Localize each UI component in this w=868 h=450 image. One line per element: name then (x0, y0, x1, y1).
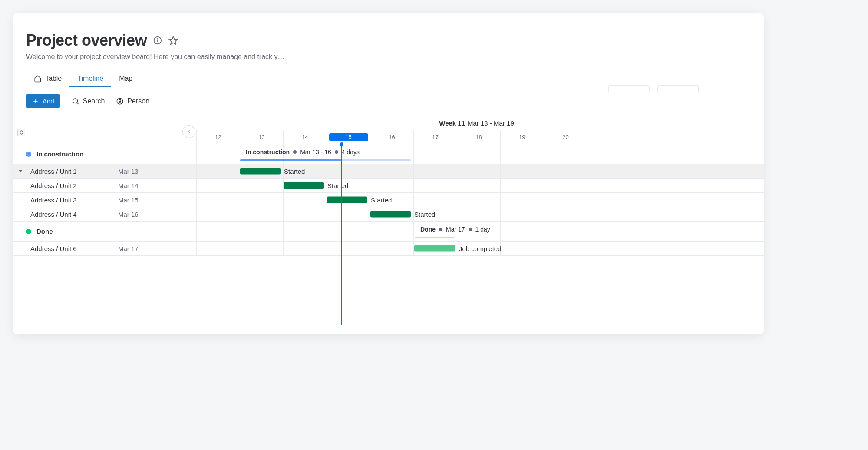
week-number: Week 11 (439, 119, 465, 127)
tab-label: Map (119, 75, 132, 83)
group-name: Done (36, 228, 53, 235)
star-icon[interactable] (168, 36, 178, 45)
status-label: Job completed (459, 245, 502, 252)
group-range-bar (415, 237, 454, 238)
task-date: Mar 15 (118, 196, 139, 204)
board-subtitle: Welcome to your project overview board! … (26, 53, 287, 61)
task-name: Address / Unit 4 (26, 211, 113, 218)
svg-point-6 (73, 99, 78, 103)
timeline-bar[interactable] (327, 197, 367, 203)
group-color-dot (26, 152, 31, 157)
day-header: 14 (284, 130, 327, 144)
tab-table[interactable]: Table (26, 70, 69, 87)
status-label: Started (371, 196, 392, 204)
add-label: Add (43, 97, 54, 105)
task-date: Mar 16 (118, 211, 139, 218)
status-label: Started (284, 168, 305, 175)
status-label: Started (414, 211, 435, 218)
search-button[interactable]: Search (72, 97, 105, 105)
day-header: 15 (327, 130, 370, 144)
svg-point-9 (119, 99, 121, 102)
day-header: 17 (414, 130, 457, 144)
today-pill: 15 (329, 133, 368, 141)
placeholder-box (608, 85, 650, 93)
day-header: 20 (544, 130, 587, 144)
task-date: Mar 14 (118, 182, 139, 189)
svg-marker-3 (169, 36, 177, 44)
page-title: Project overview (26, 31, 147, 50)
group-color-dot (26, 229, 31, 234)
tab-label: Timeline (77, 75, 103, 83)
info-icon[interactable] (153, 36, 162, 45)
group-summary: In construction Mar 13 - 16 4 days (246, 149, 360, 156)
person-label: Person (127, 97, 149, 105)
search-label: Search (83, 97, 105, 105)
toolbar-placeholder (608, 85, 699, 93)
task-row[interactable]: Address / Unit 4Mar 16Started (13, 207, 764, 222)
toolbar: Add Search Person (13, 87, 764, 116)
task-date: Mar 13 (118, 168, 139, 175)
view-tabs: Table Timeline Map (26, 70, 751, 87)
task-name: Address / Unit 6 (26, 245, 113, 252)
timeline-bar[interactable] (284, 182, 324, 189)
day-header: 18 (457, 130, 501, 144)
status-label: Started (327, 182, 348, 189)
task-name: Address / Unit 1 (26, 168, 113, 175)
svg-marker-10 (18, 170, 23, 172)
task-row[interactable]: Address / Unit 2Mar 14Started (13, 179, 764, 193)
search-icon (72, 97, 79, 105)
day-header: 13 (240, 130, 284, 144)
svg-point-2 (158, 39, 158, 39)
home-icon (34, 75, 42, 83)
task-name: Address / Unit 2 (26, 182, 113, 189)
add-button[interactable]: Add (26, 94, 60, 108)
week-range: Mar 13 - Mar 19 (468, 119, 514, 127)
week-label: Week 11 Mar 13 - Mar 19 (189, 116, 764, 130)
day-header: 12 (197, 130, 240, 144)
task-row[interactable]: Address / Unit 6Mar 17Job completed (13, 242, 764, 256)
group-name: In construction (36, 150, 83, 158)
collapse-icon (19, 130, 23, 135)
day-header: 16 (370, 130, 414, 144)
tab-label: Table (45, 75, 62, 83)
day-header: 19 (501, 130, 544, 144)
board-card: Project overview Welcome to your project… (13, 13, 764, 334)
group-summary: Done Mar 17 1 day (420, 226, 490, 233)
timeline-lanes: In constructionIn construction Mar 13 - … (13, 144, 764, 256)
timeline-header: Week 11 Mar 13 - Mar 19 1213141516171819… (13, 116, 764, 144)
person-filter-button[interactable]: Person (116, 97, 149, 105)
svg-line-7 (77, 103, 78, 104)
board-header: Project overview Welcome to your project… (13, 31, 764, 87)
group-range-bar (240, 159, 341, 161)
chevron-left-icon (186, 129, 191, 134)
placeholder-box (657, 85, 699, 93)
scroll-left-button[interactable] (182, 125, 195, 138)
group-row: In constructionIn construction Mar 13 - … (13, 144, 764, 164)
days-row: 121314151617181920 (189, 130, 764, 144)
timeline-bar[interactable] (414, 245, 455, 252)
group-range-bar-faded (341, 159, 411, 161)
task-row[interactable]: Address / Unit 1Mar 13Started (13, 164, 764, 179)
expand-caret[interactable] (17, 168, 23, 174)
task-date: Mar 17 (118, 245, 139, 252)
tab-map[interactable]: Map (111, 70, 140, 87)
timeline-bar[interactable] (240, 168, 281, 175)
tab-timeline[interactable]: Timeline (69, 70, 111, 87)
timeline-bar[interactable] (370, 211, 411, 218)
plus-icon (32, 98, 39, 105)
task-name: Address / Unit 3 (26, 196, 113, 204)
person-icon (116, 97, 124, 105)
group-row: DoneDone Mar 17 1 day (13, 222, 764, 242)
task-row[interactable]: Address / Unit 3Mar 15Started (13, 193, 764, 207)
collapse-all-button[interactable] (17, 129, 25, 136)
